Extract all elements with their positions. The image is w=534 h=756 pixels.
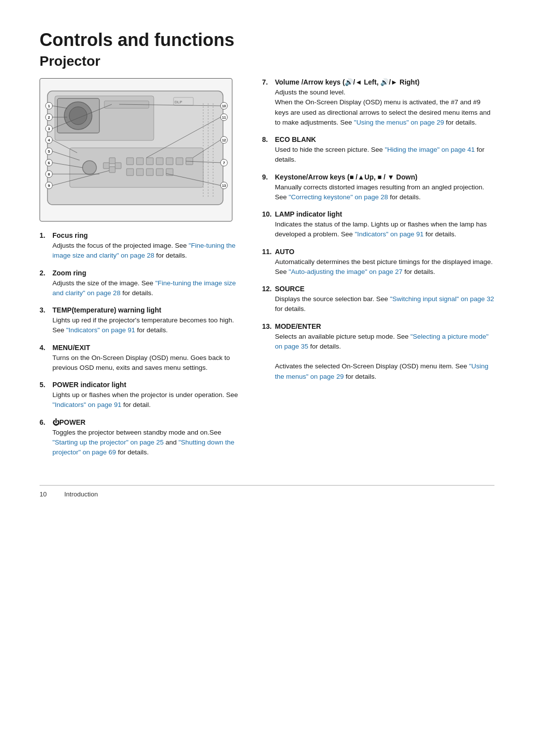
svg-point-9: [83, 161, 96, 175]
item-4-body: Turns on the On-Screen Display (OSD) men…: [52, 353, 247, 373]
item-2-title: Zoom ring: [52, 269, 86, 277]
item-4-number: 4.: [40, 344, 50, 352]
item-7-body: Adjusts the sound level. When the On-Scr…: [275, 88, 494, 128]
right-column: 7. Volume /Arrow keys (🔊/◄ Left, 🔊/► Rig…: [262, 78, 494, 465]
svg-text:1: 1: [48, 104, 50, 108]
svg-rect-23: [146, 169, 153, 176]
item-11-body: Automatically determines the best pictur…: [275, 257, 494, 277]
item-9-header: 9. Keystone/Arrow keys (■ /▲Up, ■ / ▼ Do…: [262, 173, 494, 181]
svg-text:11: 11: [222, 116, 226, 119]
footer-section-label: Introduction: [64, 490, 98, 498]
item-2-number: 2.: [40, 269, 50, 277]
svg-text:9: 9: [48, 183, 50, 188]
svg-rect-11: [109, 167, 115, 173]
item-9-body: Manually corrects distorted images resul…: [275, 182, 494, 203]
item-8-body: Used to hide the screen picture. See "Hi…: [275, 145, 494, 165]
item-7-title: Volume /Arrow keys (🔊/◄ Left, 🔊/► Right): [275, 78, 419, 86]
items-left-list: 1. Focus ring Adjusts the focus of the p…: [40, 231, 247, 457]
svg-rect-10: [109, 158, 115, 164]
list-item-3: 3. TEMP(temperature) warning light Light…: [40, 306, 247, 336]
item-3-link[interactable]: "Indicators" on page 91: [66, 326, 135, 334]
svg-text:12: 12: [222, 138, 226, 142]
item-11-number: 11.: [262, 248, 273, 256]
item-12-title: SOURCE: [275, 285, 305, 293]
svg-text:7: 7: [223, 161, 225, 165]
item-1-link[interactable]: "Fine-tuning the image size and clarity"…: [52, 242, 235, 259]
item-1-body: Adjusts the focus of the projected image…: [52, 241, 247, 261]
item-9-title: Keystone/Arrow keys (■ /▲Up, ■ / ▼ Down): [275, 173, 417, 181]
item-5-body: Lights up or flashes when the projector …: [52, 390, 247, 410]
list-item-12: 12. SOURCE Displays the source selection…: [262, 285, 494, 314]
svg-rect-22: [136, 169, 143, 176]
item-6-header: 6. ⏻POWER: [40, 418, 247, 426]
item-5-title: POWER indicator light: [52, 381, 126, 389]
item-10-body: Indicates the status of the lamp. Lights…: [275, 220, 494, 240]
svg-rect-12: [103, 163, 109, 169]
svg-rect-19: [176, 158, 183, 165]
item-8-link[interactable]: "Hiding the image" on page 41: [385, 146, 475, 153]
item-13-title: MODE/ENTER: [275, 322, 321, 330]
item-1-header: 1. Focus ring: [40, 231, 247, 239]
item-13-link1[interactable]: "Selecting a picture mode" on page 35: [275, 333, 489, 350]
list-item-2: 2. Zoom ring Adjusts the size of the ima…: [40, 269, 247, 299]
left-column: DLP: [40, 78, 247, 465]
svg-rect-14: [127, 158, 134, 165]
item-8-number: 8.: [262, 135, 273, 143]
page-title: Controls and functions: [40, 30, 494, 50]
svg-text:4: 4: [48, 138, 50, 142]
item-1-number: 1.: [40, 231, 50, 239]
svg-text:5: 5: [48, 149, 50, 154]
item-12-link[interactable]: "Switching input signal" on page 32: [390, 295, 494, 303]
list-item-4: 4. MENU/EXIT Turns on the On-Screen Disp…: [40, 344, 247, 373]
item-6-link1[interactable]: "Starting up the projector" on page 25: [52, 439, 164, 446]
item-7-number: 7.: [262, 78, 273, 86]
svg-rect-17: [156, 158, 163, 165]
item-3-body: Lights up red if the projector's tempera…: [52, 315, 247, 336]
item-2-header: 2. Zoom ring: [40, 269, 247, 277]
item-10-link[interactable]: "Indicators" on page 91: [355, 230, 423, 238]
item-6-body: Toggles the projector between standby mo…: [52, 428, 247, 458]
item-12-header: 12. SOURCE: [262, 285, 494, 293]
item-12-number: 12.: [262, 285, 273, 293]
svg-text:13: 13: [222, 184, 226, 187]
item-2-link[interactable]: "Fine-tuning the image size and clarity"…: [52, 279, 236, 297]
svg-rect-24: [156, 169, 163, 176]
footer-bar: 10 Introduction: [40, 485, 494, 498]
item-9-link[interactable]: "Correcting keystone" on page 28: [289, 193, 388, 201]
item-7-link[interactable]: "Using the menus" on page 29: [354, 119, 444, 126]
list-item-9: 9. Keystone/Arrow keys (■ /▲Up, ■ / ▼ Do…: [262, 173, 494, 203]
item-3-title: TEMP(temperature) warning light: [52, 306, 161, 314]
svg-text:6: 6: [48, 161, 50, 165]
item-7-header: 7. Volume /Arrow keys (🔊/◄ Left, 🔊/► Rig…: [262, 78, 494, 86]
item-13-link2[interactable]: "Using the menus" on page 29: [275, 362, 489, 380]
item-5-link[interactable]: "Indicators" on page 91: [52, 401, 121, 408]
svg-text:8: 8: [48, 172, 50, 177]
svg-rect-18: [166, 158, 173, 165]
projector-svg: DLP: [40, 79, 233, 222]
item-3-header: 3. TEMP(temperature) warning light: [40, 306, 247, 314]
section-subtitle: Projector: [40, 53, 494, 69]
footer-page-number: 10: [40, 490, 54, 498]
item-6-title: ⏻POWER: [52, 418, 86, 426]
item-11-link[interactable]: "Auto-adjusting the image" on page 27: [289, 268, 402, 275]
item-13-body: Selects an available picture setup mode.…: [275, 332, 494, 382]
item-10-number: 10.: [262, 210, 273, 218]
projector-diagram: DLP: [40, 78, 232, 222]
list-item-10: 10. LAMP indicator light Indicates the s…: [262, 210, 494, 240]
item-2-body: Adjusts the size of the image. See "Fine…: [52, 278, 247, 299]
item-4-header: 4. MENU/EXIT: [40, 344, 247, 352]
item-13-header: 13. MODE/ENTER: [262, 322, 494, 330]
item-8-header: 8. ECO BLANK: [262, 135, 494, 143]
item-10-header: 10. LAMP indicator light: [262, 210, 494, 218]
item-11-header: 11. AUTO: [262, 248, 494, 256]
list-item-13: 13. MODE/ENTER Selects an available pict…: [262, 322, 494, 382]
item-10-title: LAMP indicator light: [275, 210, 342, 218]
content-area: DLP: [40, 78, 494, 465]
item-1-title: Focus ring: [52, 231, 88, 239]
svg-text:DLP: DLP: [175, 100, 182, 104]
item-9-number: 9.: [262, 173, 273, 181]
list-item-5: 5. POWER indicator light Lights up or fl…: [40, 381, 247, 410]
svg-rect-16: [146, 158, 153, 165]
item-3-number: 3.: [40, 306, 50, 314]
list-item-6: 6. ⏻POWER Toggles the projector between …: [40, 418, 247, 458]
